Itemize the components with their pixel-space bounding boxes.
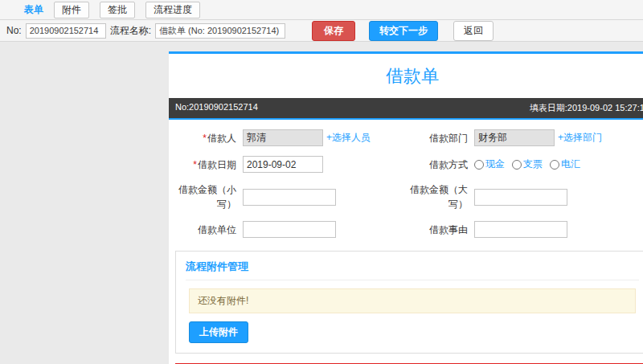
tab-process-progress[interactable]: 流程进度 xyxy=(145,2,200,18)
form-date-text: 填表日期:2019-09-02 15:27:14 xyxy=(530,102,643,114)
required-asterisk: * xyxy=(203,133,207,144)
no-attachment-message: 还没有附件! xyxy=(189,288,636,313)
amount-uppercase-input[interactable] xyxy=(474,189,567,206)
amount-lowercase-field xyxy=(243,189,410,206)
page-title: 借款单 xyxy=(169,54,643,98)
page: { "colors": { "accent_blue": "#1e9fff", … xyxy=(0,0,643,364)
toolbar: No: 流程名称: 保存 转交下一步 返回 xyxy=(0,20,643,42)
loan-method-field: 现金 支票 电汇 xyxy=(474,157,643,171)
process-name-input[interactable] xyxy=(155,23,285,39)
method-option-label: 现金 xyxy=(485,157,505,171)
loan-date-input[interactable] xyxy=(243,156,323,173)
save-button[interactable]: 保存 xyxy=(312,21,355,41)
dept-label: 借款部门 xyxy=(410,131,474,145)
amount-lowercase-input[interactable] xyxy=(243,189,336,206)
attachment-section: 流程附件管理 还没有附件! 上传附件 xyxy=(175,251,643,354)
tab-approval[interactable]: 签批 xyxy=(100,2,135,18)
loan-unit-field xyxy=(243,221,410,238)
required-asterisk: * xyxy=(193,159,197,170)
upload-attachment-button[interactable]: 上传附件 xyxy=(189,321,248,343)
amount-uppercase-field xyxy=(474,189,643,206)
loan-date-field xyxy=(243,156,410,173)
amount-lowercase-label: 借款金额（小写） xyxy=(175,182,243,211)
select-person-link[interactable]: +选择人员 xyxy=(326,131,371,145)
next-step-button[interactable]: 转交下一步 xyxy=(369,21,438,41)
borrower-input[interactable] xyxy=(243,129,323,146)
method-option-label: 电汇 xyxy=(561,157,580,171)
tab-form[interactable]: 表单 xyxy=(24,2,43,18)
loan-unit-input[interactable] xyxy=(243,221,336,238)
tab-attachments[interactable]: 附件 xyxy=(54,2,89,18)
loan-unit-label: 借款单位 xyxy=(175,223,243,237)
main-area: 借款单 No:20190902152714 填表日期:2019-09-02 15… xyxy=(169,42,643,364)
no-label: No: xyxy=(6,25,22,36)
method-radio-wire[interactable] xyxy=(550,160,559,170)
borrower-field: +选择人员 xyxy=(243,129,410,146)
select-dept-link[interactable]: +选择部门 xyxy=(558,131,602,145)
method-radio-check[interactable] xyxy=(512,160,522,170)
info-bar: No:20190902152714 填表日期:2019-09-02 15:27:… xyxy=(169,98,643,120)
method-option-check[interactable]: 支票 xyxy=(512,157,543,171)
loan-date-label: *借款日期 xyxy=(175,157,243,172)
loan-reason-field xyxy=(474,221,643,238)
loan-form-panel: 借款单 No:20190902152714 填表日期:2019-09-02 15… xyxy=(169,51,643,364)
method-option-cash[interactable]: 现金 xyxy=(474,157,505,171)
dept-input[interactable] xyxy=(474,129,555,146)
back-button[interactable]: 返回 xyxy=(453,21,494,41)
loan-method-label: 借款方式 xyxy=(410,157,474,172)
attachment-section-title: 流程附件管理 xyxy=(186,260,639,280)
method-option-wire[interactable]: 电汇 xyxy=(550,157,580,171)
dept-field: +选择部门 xyxy=(474,129,643,146)
form-number-text: No:20190902152714 xyxy=(175,102,258,114)
loan-form: *借款人 +选择人员 借款部门 +选择部门 *借款日期 借款方式 xyxy=(169,120,643,241)
amount-uppercase-label: 借款金额（大写） xyxy=(410,182,474,211)
loan-reason-label: 借款事由 xyxy=(410,223,474,237)
process-name-label: 流程名称: xyxy=(110,24,151,38)
borrower-label: *借款人 xyxy=(175,131,243,145)
method-radio-cash[interactable] xyxy=(474,160,484,170)
loan-reason-input[interactable] xyxy=(474,221,567,238)
no-input[interactable] xyxy=(26,23,106,39)
method-option-label: 支票 xyxy=(523,157,543,171)
tabs-bar: 表单 附件 签批 流程进度 xyxy=(0,0,643,20)
